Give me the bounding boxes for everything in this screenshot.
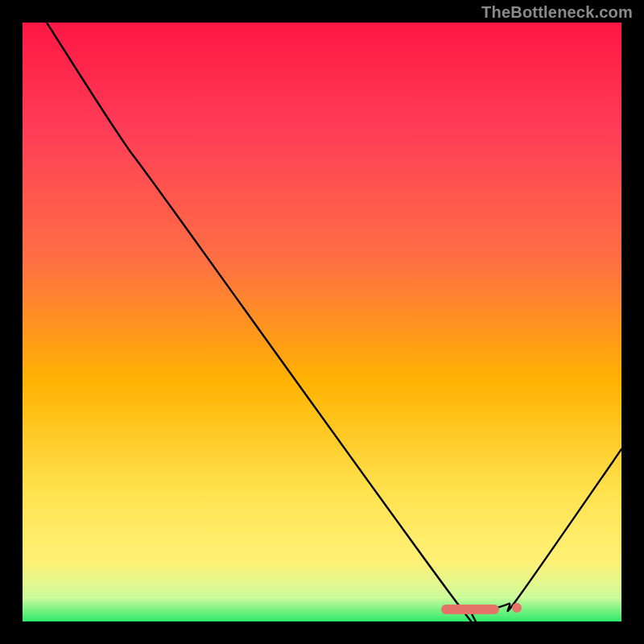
optimal-range-marker: [441, 605, 499, 614]
chart-background-gradient: [23, 23, 621, 621]
watermark-text: TheBottleneck.com: [481, 3, 633, 22]
optimal-point-marker: [512, 603, 522, 613]
chart-plot-area: [23, 23, 621, 621]
chart-svg: [23, 23, 621, 621]
